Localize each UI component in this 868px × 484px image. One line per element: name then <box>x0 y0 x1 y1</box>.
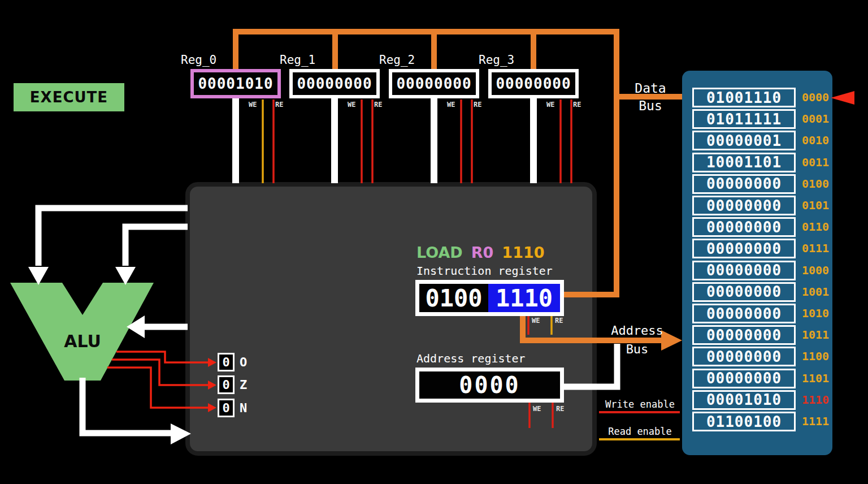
register-name-2: Reg_2 <box>379 53 415 67</box>
register-box-1: 00000000 <box>289 69 380 98</box>
flag-o-label: O <box>240 355 247 369</box>
register-name-0: Reg_0 <box>181 53 216 67</box>
arrowhead-alu-input-right <box>115 267 136 285</box>
memory-address-1000: 1000 <box>800 263 831 277</box>
memory-address-1101: 1101 <box>800 371 831 385</box>
wire-alu-output <box>83 378 171 433</box>
flag-z-label: Z <box>240 378 247 392</box>
memory-address-1111: 1111 <box>800 414 831 428</box>
instruction-operand-bits: 1110 <box>488 284 560 312</box>
decoded-instruction: LOAD R0 1110 <box>416 244 545 261</box>
memory-address-0101: 0101 <box>800 198 831 212</box>
memory-address-1010: 1010 <box>800 306 831 320</box>
wire-cpu-to-alu-left <box>38 208 188 266</box>
register-box-3: 00000000 <box>488 69 579 98</box>
ar-re-label: RE <box>556 405 564 413</box>
memory-pointer-arrow <box>831 91 854 105</box>
memory-cell-0111: 00000000 <box>692 239 796 258</box>
instruction-register-label: Instruction register <box>416 264 553 278</box>
register-box-2: 00000000 <box>389 69 479 98</box>
register-name-3: Reg_3 <box>479 53 514 67</box>
address-bus-label-line1: Address <box>605 323 670 338</box>
memory-cell-0011: 10001101 <box>692 153 796 172</box>
flag-o-box: 0 <box>218 353 235 371</box>
register-name-1: Reg_1 <box>280 53 315 67</box>
register-2-re-label: RE <box>474 101 481 109</box>
address-bus-label-line2: Bus <box>605 342 670 356</box>
memory-address-0001: 0001 <box>800 112 831 126</box>
memory-cell-0000: 01001110 <box>692 88 796 107</box>
cpu-simulator-canvas: EXECUTE Reg_000001010WEREReg_100000000WE… <box>0 0 868 484</box>
register-0-we-label: WE <box>249 101 257 109</box>
data-bus-label-line1: Data <box>619 81 682 96</box>
register-1-re-label: RE <box>374 101 382 109</box>
memory-address-0110: 0110 <box>800 220 831 234</box>
decoded-operand: 1110 <box>502 244 544 261</box>
memory-address-1100: 1100 <box>800 349 831 363</box>
write-enable-label: Write enable <box>599 399 681 410</box>
register-0-re-label: RE <box>275 101 283 109</box>
alu-label: ALU <box>55 331 110 351</box>
memory-cell-1100: 00000000 <box>692 347 796 366</box>
memory-cell-1010: 00000000 <box>692 304 796 323</box>
memory-cell-0100: 00000000 <box>692 174 796 194</box>
arrowhead-alu-side <box>127 316 145 338</box>
register-1-we-label: WE <box>348 101 355 109</box>
memory-address-0011: 0011 <box>800 155 831 169</box>
memory-address-0010: 0010 <box>800 133 831 147</box>
memory-cell-1101: 00000000 <box>692 369 796 388</box>
register-box-0: 00001010 <box>190 69 281 98</box>
memory-address-1110: 1110 <box>800 393 831 407</box>
memory-cell-1000: 00000000 <box>692 261 796 280</box>
address-register-label: Address register <box>416 352 526 365</box>
decoded-register: R0 <box>471 244 494 261</box>
memory-address-0000: 0000 <box>800 90 831 104</box>
memory-address-1001: 1001 <box>800 285 831 299</box>
register-3-we-label: WE <box>546 101 554 109</box>
memory-address-0100: 0100 <box>800 177 831 191</box>
read-enable-label: Read enable <box>599 426 681 437</box>
flag-z-box: 0 <box>218 375 235 394</box>
arrowhead-alu-input-left <box>28 267 49 285</box>
data-bus-label-line2: Bus <box>619 98 682 113</box>
memory-cell-0110: 00000000 <box>692 217 796 237</box>
memory-cell-1001: 00000000 <box>692 282 796 302</box>
memory-cell-1111: 01100100 <box>692 412 796 431</box>
ar-we-label: WE <box>533 405 541 413</box>
register-3-re-label: RE <box>573 101 581 109</box>
memory-cell-0010: 00000001 <box>692 131 796 150</box>
memory-address-0111: 0111 <box>800 241 831 255</box>
memory-cell-1110: 00001010 <box>692 390 796 410</box>
flag-n-label: N <box>240 401 247 415</box>
decoded-mnemonic: LOAD <box>416 244 463 261</box>
instruction-register-box: 0100 1110 <box>415 280 564 316</box>
instruction-opcode-bits: 0100 <box>419 284 488 312</box>
flag-n-box: 0 <box>218 399 235 417</box>
memory-address-1011: 1011 <box>800 328 831 342</box>
memory-cell-1011: 00000000 <box>692 325 796 345</box>
wire-cpu-to-alu-right <box>125 227 188 266</box>
ir-re-label: RE <box>555 317 563 325</box>
ir-we-label: WE <box>532 317 540 325</box>
register-2-we-label: WE <box>447 101 455 109</box>
memory-cell-0101: 00000000 <box>692 196 796 215</box>
address-register-box: 0000 <box>415 368 564 403</box>
memory-cell-0001: 01011111 <box>692 109 796 129</box>
stage-badge: EXECUTE <box>14 83 124 111</box>
